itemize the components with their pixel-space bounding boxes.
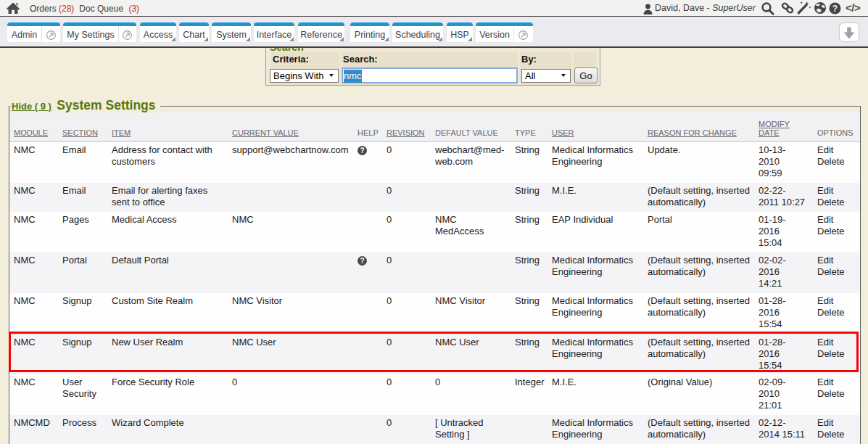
svg-text:?: ? [832, 4, 838, 14]
